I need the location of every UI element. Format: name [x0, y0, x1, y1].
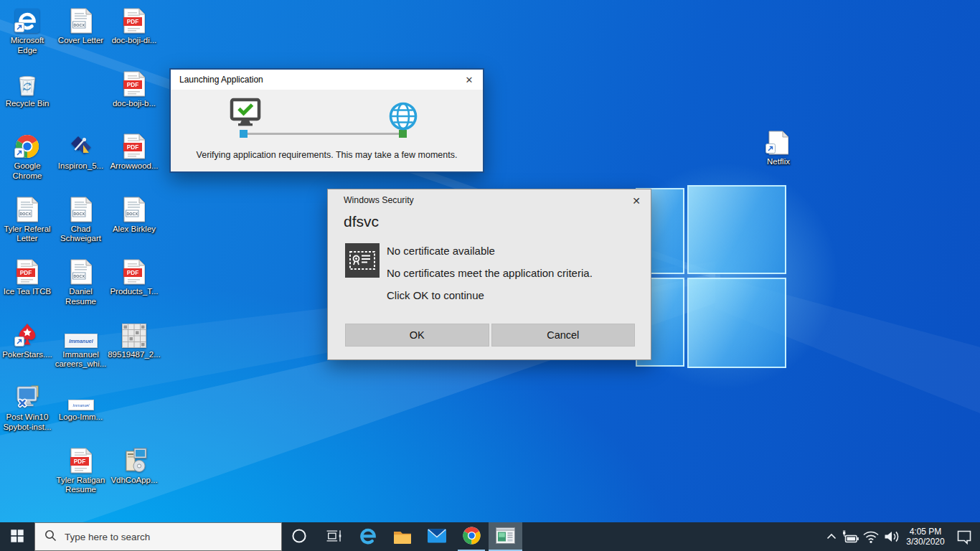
cortana-icon [291, 528, 307, 546]
imgwide-icon: Immanuel [65, 319, 98, 348]
launching-dialog-body: Verifying application requirements. This… [171, 90, 483, 170]
desktop-icon-chad-schweigart[interactable]: DOCXChad Schweigart [55, 194, 108, 244]
desktop-icon-tyler-ratigan-resume[interactable]: PDF Tyler Ratigan Resume [55, 445, 108, 495]
application-name: dfsvc [344, 213, 379, 230]
close-icon[interactable]: ✕ [456, 70, 483, 90]
desktop-icon-label: Post Win10 Spybot-inst... [1, 413, 54, 432]
desktop-icon-label: Ice Tea ITCB [4, 287, 51, 297]
pdf-icon: PDF [123, 256, 145, 285]
desktop-icon-label: Logo-Imm... [59, 413, 103, 423]
taskbar: 4:05 PM 3/30/2020 [0, 522, 980, 551]
mail-icon [428, 528, 447, 546]
windows-logo-icon [9, 528, 25, 546]
desktop-icon-doc-boji-b[interactable]: PDF doc-boji-b... [108, 68, 161, 109]
system-tray: 4:05 PM 3/30/2020 [822, 522, 980, 551]
pdf-icon: PDF [17, 256, 38, 285]
taskbar-edge-button[interactable] [351, 522, 385, 551]
desktop-icon-inspiron-5[interactable]: Inspiron_5... [55, 131, 108, 171]
desktop-icon-label: doc-boji-b... [113, 99, 156, 109]
svg-text:PDF: PDF [127, 19, 138, 25]
shortcut-arrow-icon [14, 148, 24, 161]
edge-icon [357, 525, 379, 549]
security-detail: No certificates meet the application cri… [387, 267, 593, 279]
desktop-icon-netflix[interactable]: Netflix [752, 126, 805, 167]
volume-icon[interactable] [881, 522, 903, 551]
dialog-buttons: OK Cancel [345, 324, 635, 347]
desktop-icon-vdhcoapp[interactable]: VdhCoApp... [108, 445, 161, 486]
close-icon[interactable]: ✕ [628, 193, 645, 209]
search-input[interactable] [63, 531, 257, 543]
dialog-title[interactable]: Windows Security [344, 195, 414, 205]
desktop-icon-label: doc-boji-di... [112, 36, 157, 46]
desktop-icon-label: PokerStars.... [2, 350, 52, 360]
globe-icon [388, 101, 418, 134]
pdf-icon: PDF [123, 68, 145, 97]
taskbar-installer-window-button[interactable] [489, 522, 522, 551]
desktop-icon-label: Chad Schweigart [55, 225, 108, 244]
installer-icon [121, 445, 148, 474]
task-view-button[interactable] [316, 522, 351, 551]
desktop-icon-logo-imm[interactable]: ImmanuelLogo-Imm... [55, 382, 108, 423]
desktop-icon-microsoft-edge[interactable]: Microsoft Edge [1, 5, 54, 55]
progress-line [248, 133, 400, 135]
battery-charging-icon[interactable] [841, 522, 861, 551]
desktop-icon-cover-letter[interactable]: DOCXCover Letter [55, 5, 108, 46]
desktop-icon-immanuel-careers-whi[interactable]: ImmanuelImmanuel careers_whi... [55, 319, 108, 369]
desktop-icon-products-t[interactable]: PDF Products_T... [108, 256, 161, 297]
docx-icon: DOCX [70, 194, 92, 222]
desktop-icon-label: Netflix [767, 157, 790, 167]
security-heading: No certificate available [387, 245, 495, 257]
action-center-icon[interactable] [948, 522, 980, 551]
taskbar-chrome-button[interactable] [454, 522, 489, 551]
start-button[interactable] [0, 522, 34, 551]
desktop-icon-label: Products_T... [110, 287, 158, 297]
svg-text:PDF: PDF [73, 458, 85, 465]
desktop-icon-label: Arrowwood... [110, 161, 158, 171]
wifi-icon[interactable] [861, 522, 881, 551]
cortana-button[interactable] [282, 522, 316, 551]
clock-time: 4:05 PM [903, 527, 948, 537]
monitor-check-icon [230, 98, 261, 132]
windows-security-dialog: Windows Security ✕ dfsvc No certificate … [327, 189, 651, 360]
desktop-icon-post-win10-spybot-inst[interactable]: Post Win10 Spybot-inst... [1, 382, 54, 432]
svg-text:PDF: PDF [127, 144, 138, 151]
file-explorer-button[interactable] [385, 522, 420, 551]
desktop-icon-89519487-2[interactable]: 89519487_2... [108, 319, 161, 360]
desktop-icon-label: 89519487_2... [108, 350, 161, 360]
dialog-title: Launching Application [179, 75, 263, 85]
desktop-icon-google-chrome[interactable]: Google Chrome [1, 131, 54, 181]
spybot-icon [13, 382, 42, 410]
mail-button[interactable] [420, 522, 454, 551]
desktop-icon-arrowwood[interactable]: PDF Arrowwood... [108, 131, 161, 171]
chevron-up-icon[interactable] [822, 522, 841, 551]
desktop-icon-label: Recycle Bin [6, 99, 50, 109]
chrome-icon [14, 131, 40, 159]
desktop-icon-alex-birkley[interactable]: DOCXAlex Birkley [108, 194, 161, 235]
desktop-icon-ice-tea-itcb[interactable]: PDF Ice Tea ITCB [1, 256, 54, 297]
cancel-button[interactable]: Cancel [491, 324, 636, 347]
desktop-icon-tyler-referal-letter[interactable]: DOCXTyler Referal Letter [1, 194, 54, 244]
desktop-icon-doc-boji-di[interactable]: PDF doc-boji-di... [108, 5, 161, 46]
task-view-icon [325, 527, 342, 547]
taskbar-search[interactable] [34, 522, 282, 551]
svg-text:DOCX: DOCX [73, 211, 85, 215]
desktop-icon-recycle-bin[interactable]: Recycle Bin [1, 68, 54, 109]
file-explorer-icon [392, 527, 413, 547]
desktop-icon-label: Tyler Referal Letter [1, 225, 54, 244]
launching-dialog-titlebar[interactable]: Launching Application ✕ [171, 70, 483, 90]
desktop-icon-daniel-resume[interactable]: DOCXDaniel Resume [55, 256, 108, 306]
launching-dialog-message: Verifying application requirements. This… [171, 150, 483, 160]
desktop-icon-label: Daniel Resume [55, 287, 108, 306]
svg-text:Immanuel: Immanuel [72, 403, 90, 408]
docx-icon: DOCX [70, 5, 92, 34]
pdf-icon: PDF [123, 5, 145, 34]
desktop-icon-pokerstars[interactable]: PokerStars.... [1, 319, 54, 360]
edge-icon [14, 5, 40, 34]
taskbar-clock[interactable]: 4:05 PM 3/30/2020 [903, 527, 948, 547]
svg-text:PDF: PDF [20, 270, 32, 276]
desktop-icon-label: Alex Birkley [113, 225, 156, 235]
svg-text:PDF: PDF [127, 270, 138, 276]
desktop-icon-label: Google Chrome [1, 161, 54, 181]
shortcut-arrow-icon [14, 22, 24, 35]
ok-button[interactable]: OK [345, 324, 489, 347]
